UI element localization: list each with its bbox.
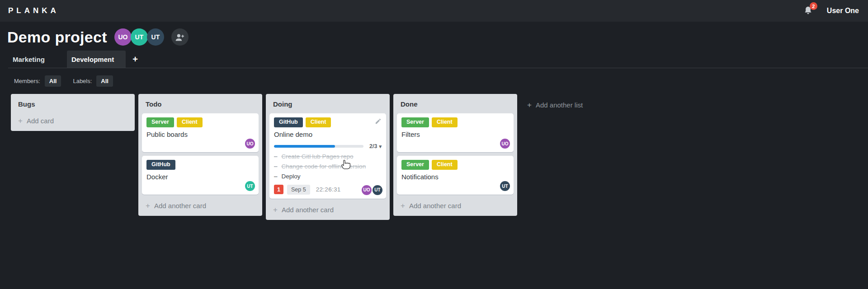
card-member-avatar[interactable]: UO [362,185,372,195]
board: Bugs+Add cardTodoServerClientPublic boar… [0,92,868,220]
card-labels: ServerClient [401,160,509,170]
card-title: Online demo [274,131,382,138]
avatar[interactable]: UT [131,28,148,46]
tab-label: Marketing [13,56,45,63]
card-members: UT [499,181,510,191]
card-labels: ServerClient [146,117,254,127]
project-members: UOUTUT [114,28,164,46]
card-task: Change code for offline version [274,162,382,172]
add-member-button[interactable] [171,28,189,46]
tab-development[interactable]: Development [67,51,126,68]
user-menu[interactable]: User One [827,7,859,15]
add-card-label: Add another card [409,202,461,210]
list-name[interactable]: Done [397,98,514,113]
members-filter-value[interactable]: All [45,75,61,87]
plus-icon: + [18,117,23,125]
board-lists: Bugs+Add cardTodoServerClientPublic boar… [11,94,521,220]
board-tabs: Marketing Development + [0,51,868,68]
card-members: UO [244,139,255,149]
list: TodoServerClientPublic boardsUOGitHubDoc… [138,94,262,216]
card-label[interactable]: Server [401,160,429,170]
card-member-avatar[interactable]: UO [245,139,255,149]
card-label[interactable]: GitHub [146,160,175,170]
due-date-badge[interactable]: Sep 5 [287,185,310,195]
card-members: UO [499,139,510,149]
add-card-button[interactable]: +Add another card [142,198,259,212]
card-label[interactable]: Client [306,117,331,127]
card-members: UOUT [361,185,382,195]
card-label[interactable]: Server [401,117,429,127]
list: DoingGitHubClientOnline demo2/3▾Create G… [266,94,390,220]
topbar: PLANKA 2 User One [0,0,868,22]
progress-track [274,145,363,148]
add-list-button[interactable]: + Add another list [521,94,589,115]
card-label[interactable]: Client [432,160,458,170]
add-card-label: Add another card [282,206,334,214]
card-member-avatar[interactable]: UO [500,139,510,149]
add-board-button[interactable]: + [126,51,145,68]
progress-fill [274,145,335,148]
notification-badge: 2 [810,2,817,10]
card-labels: GitHubClient [274,117,382,127]
labels-filter-value[interactable]: All [96,75,113,87]
card[interactable]: GitHubDockerUT [142,156,259,195]
add-card-button[interactable]: +Add another card [269,202,386,216]
card-title: Docker [146,173,254,181]
avatar[interactable]: UT [147,28,164,46]
card-labels: ServerClient [401,117,509,127]
card[interactable]: GitHubClientOnline demo2/3▾Create GitHub… [269,113,386,199]
list-name[interactable]: Todo [142,98,259,113]
card[interactable]: ServerClientNotificationsUT [397,156,514,195]
project-header: Demo project UOUTUT [0,22,868,48]
tab-marketing[interactable]: Marketing [8,51,67,68]
card-title: Notifications [401,173,509,181]
plus-icon: + [401,202,405,210]
list: DoneServerClientFiltersUOServerClientNot… [393,94,517,216]
task-progress: 2/3▾ [274,143,382,149]
progress-count[interactable]: 2/3▾ [369,143,382,149]
card-label[interactable]: Server [146,117,174,127]
card-member-avatar[interactable]: UT [373,185,382,195]
list-name[interactable]: Doing [269,98,386,113]
card-task: Create GitHub Pages repo [274,152,382,162]
card-member-avatar[interactable]: UT [245,181,255,191]
card[interactable]: ServerClientPublic boardsUO [142,113,259,152]
card-title: Public boards [146,131,254,138]
add-card-button[interactable]: +Add another card [397,198,514,212]
topbar-right: 2 User One [803,5,860,16]
card-notification-badge: 1 [274,185,283,194]
add-card-label: Add card [27,117,54,125]
timer-badge[interactable]: 22:26:31 [316,186,341,193]
card-title: Filters [401,131,509,138]
card-label[interactable]: Client [432,117,458,127]
add-card-button[interactable]: +Add card [14,113,131,127]
filter-bar: Members: All Labels: All [0,68,868,92]
edit-card-button[interactable] [375,118,382,125]
card-label[interactable]: GitHub [274,117,303,127]
page-title[interactable]: Demo project [7,28,107,46]
planka-logo[interactable]: PLANKA [8,6,59,15]
list: Bugs+Add card [11,94,135,131]
card-label[interactable]: Client [177,117,203,127]
members-filter-label: Members: [14,78,40,84]
pencil-icon [375,118,382,125]
plus-icon: + [132,54,138,65]
card-members: UT [244,181,255,191]
list-name[interactable]: Bugs [14,98,131,113]
plus-icon: + [146,202,150,210]
avatar[interactable]: UO [114,28,132,46]
caret-down-icon: ▾ [379,144,382,149]
card-labels: GitHub [146,160,254,170]
tab-label: Development [71,56,114,63]
card[interactable]: ServerClientFiltersUO [397,113,514,152]
add-card-label: Add another card [154,202,206,210]
card-member-avatar[interactable]: UT [500,181,510,191]
plus-icon: + [273,206,278,214]
add-list-label: Add another list [536,101,583,109]
notifications-button[interactable]: 2 [803,5,813,16]
card-task: Deploy [274,172,382,182]
plus-icon: + [527,101,532,109]
user-add-icon [175,33,184,42]
labels-filter-label: Labels: [73,78,92,84]
